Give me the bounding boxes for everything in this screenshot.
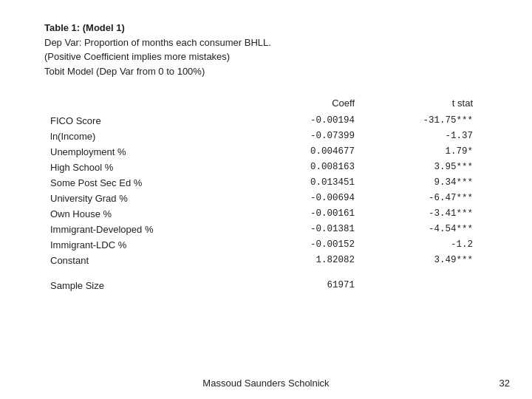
sample-size-row: Sample Size 61971	[44, 268, 488, 293]
table-row: High School % 0.008163 3.95***	[44, 160, 488, 175]
row-label: Some Post Sec Ed %	[44, 175, 288, 191]
col-header-label	[44, 95, 288, 113]
header-line3: Tobit Model (Dep Var from 0 to 100%)	[44, 64, 488, 79]
row-tstat: 9.34***	[399, 175, 488, 191]
row-coeff: -0.01381	[288, 222, 399, 237]
footer: Massoud Saunders Scholnick	[0, 378, 532, 389]
row-tstat: 3.49***	[399, 253, 488, 268]
header-line1: Dep Var: Proportion of months each consu…	[44, 35, 488, 50]
row-tstat: -1.37	[399, 129, 488, 144]
row-label: Immigrant-LDC %	[44, 237, 288, 253]
table-row: Immigrant-LDC % -0.00152 -1.2	[44, 237, 488, 253]
row-label: FICO Score	[44, 113, 288, 129]
footer-center-text: Massoud Saunders Scholnick	[202, 378, 329, 389]
row-tstat: -3.41***	[399, 206, 488, 222]
row-coeff: 1.82082	[288, 253, 399, 268]
table-row: Unemployment % 0.004677 1.79*	[44, 144, 488, 160]
row-coeff: -0.00152	[288, 237, 399, 253]
table-header: Table 1: (Model 1) Dep Var: Proportion o…	[44, 21, 488, 78]
header-line2: (Positive Coefficient implies more mista…	[44, 50, 488, 64]
row-label: Own House %	[44, 206, 288, 222]
table-row: Some Post Sec Ed % 0.013451 9.34***	[44, 175, 488, 191]
table-row: Constant 1.82082 3.49***	[44, 253, 488, 268]
table-row: University Grad % -0.00694 -6.47***	[44, 191, 488, 206]
sample-label: Sample Size	[44, 268, 288, 293]
row-tstat: 1.79*	[399, 144, 488, 160]
row-label: University Grad %	[44, 191, 288, 206]
table-title: Table 1: (Model 1)	[44, 21, 488, 35]
col-header-tstat: t stat	[399, 95, 488, 113]
row-coeff: 0.008163	[288, 160, 399, 175]
regression-table: Coeff t stat FICO Score -0.00194 -31.75*…	[44, 95, 488, 293]
row-coeff: -0.00694	[288, 191, 399, 206]
row-coeff: -0.07399	[288, 129, 399, 144]
table-row: Immigrant-Developed % -0.01381 -4.54***	[44, 222, 488, 237]
row-tstat: -4.54***	[399, 222, 488, 237]
table-row: Own House % -0.00161 -3.41***	[44, 206, 488, 222]
row-coeff: 0.013451	[288, 175, 399, 191]
col-header-coeff: Coeff	[288, 95, 399, 113]
row-label: Immigrant-Developed %	[44, 222, 288, 237]
row-coeff: -0.00194	[288, 113, 399, 129]
row-tstat: 3.95***	[399, 160, 488, 175]
table-row: FICO Score -0.00194 -31.75***	[44, 113, 488, 129]
row-tstat: -31.75***	[399, 113, 488, 129]
row-label: Unemployment %	[44, 144, 288, 160]
row-tstat: -6.47***	[399, 191, 488, 206]
row-label: ln(Income)	[44, 129, 288, 144]
row-label: High School %	[44, 160, 288, 175]
table-row: ln(Income) -0.07399 -1.37	[44, 129, 488, 144]
row-label: Constant	[44, 253, 288, 268]
row-coeff: 0.004677	[288, 144, 399, 160]
footer-page-number: 32	[499, 378, 510, 389]
row-coeff: -0.00161	[288, 206, 399, 222]
row-tstat: -1.2	[399, 237, 488, 253]
page-container: Table 1: (Model 1) Dep Var: Proportion o…	[0, 0, 532, 308]
sample-value: 61971	[288, 268, 399, 293]
